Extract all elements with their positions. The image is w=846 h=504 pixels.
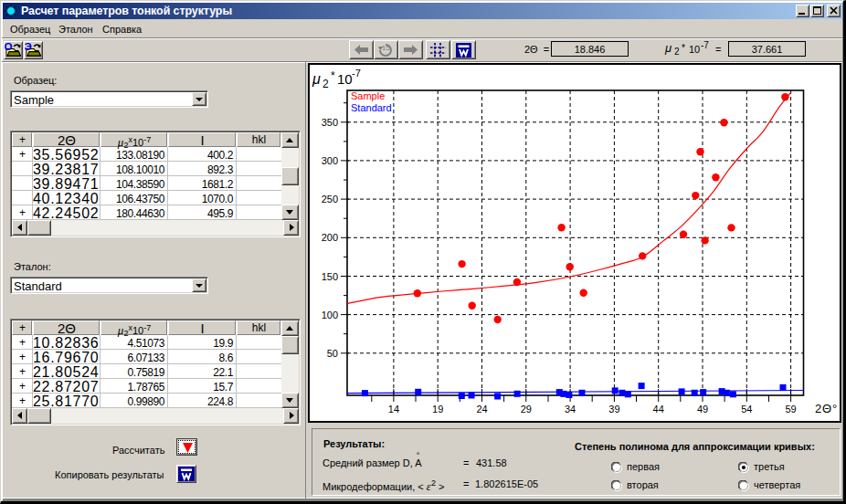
svg-text:150: 150 [322,271,338,282]
svg-text:-7: -7 [352,68,361,79]
svg-text:350: 350 [322,117,338,128]
svg-text:Sample: Sample [351,90,385,101]
svg-text:54: 54 [741,404,752,415]
svg-text:49: 49 [697,404,708,415]
svg-text:300: 300 [322,155,338,166]
svg-text:О: О [5,42,13,52]
svg-text:14: 14 [388,404,399,415]
svg-text:29: 29 [521,404,532,415]
svg-text:24: 24 [476,404,487,415]
svg-text:*: * [331,69,335,82]
svg-text:50: 50 [327,348,338,359]
svg-text:34: 34 [565,404,576,415]
svg-text:59: 59 [785,404,796,415]
svg-text:μ: μ [312,71,321,87]
svg-text:15: 15 [382,44,390,52]
svg-text:44: 44 [653,404,664,415]
svg-text:10: 10 [337,71,353,87]
svg-text:2Θ°: 2Θ° [815,402,838,415]
svg-text:2: 2 [323,78,329,90]
svg-text:Standard: Standard [351,102,392,113]
svg-text:200: 200 [322,232,338,243]
svg-text:19: 19 [432,404,443,415]
svg-text:100: 100 [322,310,338,320]
svg-text:250: 250 [322,194,338,205]
svg-text:39: 39 [608,404,619,415]
svg-text:Э: Э [25,42,32,52]
